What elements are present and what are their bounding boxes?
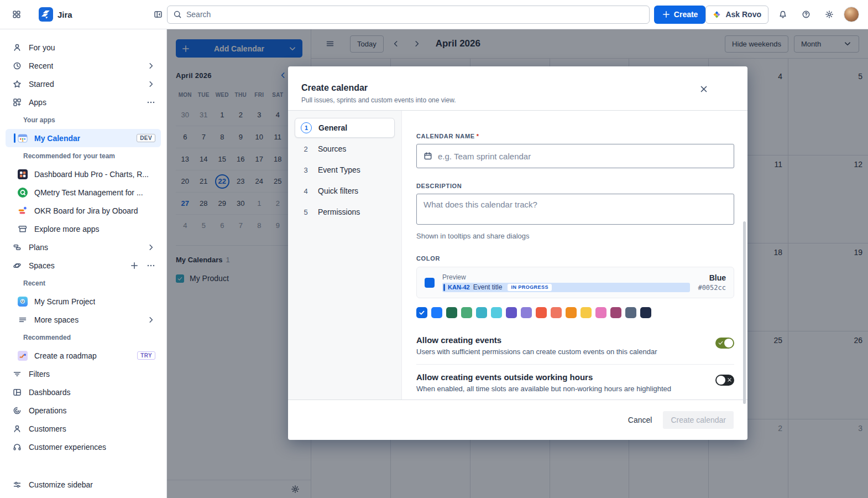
calendar-name-field[interactable] — [416, 144, 734, 168]
sidebar-item-label: My Scrum Project — [34, 297, 95, 306]
dev-badge: DEV — [137, 134, 155, 142]
event-key: KAN-42 — [448, 284, 470, 290]
section-recommended: Recommended — [6, 329, 161, 346]
settings-button[interactable] — [820, 6, 838, 23]
chevron-right-icon[interactable] — [147, 80, 155, 89]
customize-sidebar-button[interactable]: Customize sidebar — [6, 475, 161, 494]
calendar-icon — [423, 152, 432, 160]
cancel-button[interactable]: Cancel — [621, 411, 659, 429]
sidebar-item-label: Dashboard Hub Pro - Charts, R... — [34, 170, 149, 179]
more-options-icon[interactable] — [147, 261, 155, 270]
planet-icon — [12, 261, 22, 271]
modal-scrollbar[interactable] — [743, 221, 746, 404]
color-swatch-7[interactable] — [521, 307, 532, 318]
ask-rovo-label: Ask Rovo — [725, 10, 761, 19]
modal-footer: Cancel Create calendar — [288, 400, 747, 440]
color-swatch-10[interactable] — [566, 307, 577, 318]
create-calendar-submit-button[interactable]: Create calendar — [663, 411, 734, 429]
color-swatch-11[interactable] — [581, 307, 592, 318]
step-label: Event Types — [318, 165, 360, 174]
headset-icon — [12, 442, 22, 452]
topbar-right: Ask Rovo — [705, 6, 859, 24]
more-options-icon[interactable] — [147, 98, 155, 107]
sidebar-item-okr-board[interactable]: OKR Board for Jira by Oboard — [6, 201, 161, 220]
color-swatch-0[interactable] — [416, 307, 427, 318]
color-swatch-12[interactable] — [595, 307, 606, 318]
sidebar-item-my-scrum-project[interactable]: My Scrum Project — [6, 292, 161, 310]
sidebar-item-apps[interactable]: Apps — [6, 93, 161, 111]
sidebar-item-explore-apps[interactable]: Explore more apps — [6, 220, 161, 238]
step-label: Permissions — [318, 208, 360, 216]
sidebar-item-recent[interactable]: Recent — [6, 56, 161, 75]
step-event-types[interactable]: 3 Event Types — [295, 160, 395, 180]
step-number: 3 — [300, 166, 311, 174]
calendar-name-input[interactable] — [438, 152, 727, 161]
sidebar-item-for-you[interactable]: For you — [6, 38, 161, 56]
search-input[interactable] — [186, 10, 644, 19]
description-input[interactable] — [416, 194, 734, 225]
chevron-right-icon[interactable] — [147, 315, 155, 324]
sidebar-item-qmetry[interactable]: QMetry Test Management for ... — [6, 183, 161, 201]
create-calendar-modal: Create calendar Pull issues, sprints and… — [288, 66, 747, 440]
create-button[interactable]: Create — [654, 6, 706, 24]
help-button[interactable] — [797, 6, 815, 23]
color-swatch-3[interactable] — [461, 307, 472, 318]
add-space-icon[interactable] — [130, 261, 139, 270]
step-number: 5 — [300, 208, 311, 216]
toggle-title: Allow creating events — [416, 335, 699, 345]
sidebar-item-operations[interactable]: Operations — [6, 401, 161, 419]
required-mark: * — [477, 133, 479, 139]
sidebar-item-label: Create a roadmap — [34, 351, 97, 360]
color-swatch-13[interactable] — [610, 307, 621, 318]
outside-hours-toggle[interactable] — [715, 375, 734, 386]
step-permissions[interactable]: 5 Permissions — [295, 202, 395, 222]
user-avatar[interactable] — [844, 7, 859, 22]
modal-close-button[interactable] — [695, 80, 713, 98]
step-quick-filters[interactable]: 4 Quick filters — [295, 181, 395, 201]
sidebar-item-more-spaces[interactable]: More spaces — [6, 310, 161, 329]
sidebar-item-filters[interactable]: Filters — [6, 365, 161, 383]
color-swatch-8[interactable] — [536, 307, 547, 318]
color-swatch-1[interactable] — [431, 307, 442, 318]
ask-rovo-button[interactable]: Ask Rovo — [705, 6, 768, 24]
sidebar-item-spaces[interactable]: Spaces — [6, 256, 161, 274]
color-swatch-15[interactable] — [640, 307, 651, 318]
step-sources[interactable]: 2 Sources — [295, 139, 395, 159]
app-switcher-button[interactable] — [8, 6, 25, 23]
sidebar-item-label: QMetry Test Management for ... — [34, 188, 143, 197]
modal-body: 1 General 2 Sources 3 Event Types 4 Quic… — [288, 111, 747, 400]
color-swatch-4[interactable] — [476, 307, 487, 318]
sidebar-item-create-roadmap[interactable]: Create a roadmap TRY — [6, 346, 161, 365]
color-swatch-14[interactable] — [625, 307, 636, 318]
sidebar-item-my-calendar[interactable]: My Calendar DEV — [6, 129, 161, 147]
step-number: 2 — [300, 145, 311, 153]
allow-events-toggle[interactable] — [715, 338, 734, 349]
search-bar[interactable] — [167, 6, 650, 24]
step-general[interactable]: 1 General — [295, 118, 395, 138]
color-swatch-5[interactable] — [491, 307, 502, 318]
sidebar-item-customer-experiences[interactable]: Customer experiences — [6, 438, 161, 456]
color-swatch-6[interactable] — [506, 307, 517, 318]
sidebar-collapse-button[interactable] — [149, 6, 167, 23]
chevron-right-icon[interactable] — [147, 243, 155, 252]
clock-icon — [12, 61, 22, 71]
event-preview-chip: KAN-42 Event title IN PROGRESS — [442, 283, 690, 292]
operations-icon — [12, 406, 22, 416]
color-swatch-2[interactable] — [446, 307, 457, 318]
chevron-right-icon[interactable] — [147, 61, 155, 70]
sidebar-item-starred[interactable]: Starred — [6, 75, 161, 93]
sidebar-item-customers[interactable]: Customers — [6, 419, 161, 438]
sidebar-item-dashboards[interactable]: Dashboards — [6, 383, 161, 401]
sidebar-item-dashboard-hub[interactable]: Dashboard Hub Pro - Charts, R... — [6, 165, 161, 183]
sidebar-item-label: OKR Board for Jira by Oboard — [34, 206, 138, 215]
field-label-text: CALENDAR NAME — [416, 133, 475, 139]
notifications-button[interactable] — [774, 6, 792, 23]
storefront-icon — [18, 224, 28, 234]
step-number: 1 — [301, 122, 312, 133]
event-title: Event title — [473, 283, 503, 291]
jira-logo[interactable]: Jira — [39, 7, 72, 22]
content-area: Add Calendar April 2026 MON TUE WED THU … — [167, 29, 868, 498]
sidebar-item-plans[interactable]: Plans — [6, 238, 161, 256]
preview-label: Preview — [442, 273, 690, 281]
color-swatch-9[interactable] — [551, 307, 562, 318]
